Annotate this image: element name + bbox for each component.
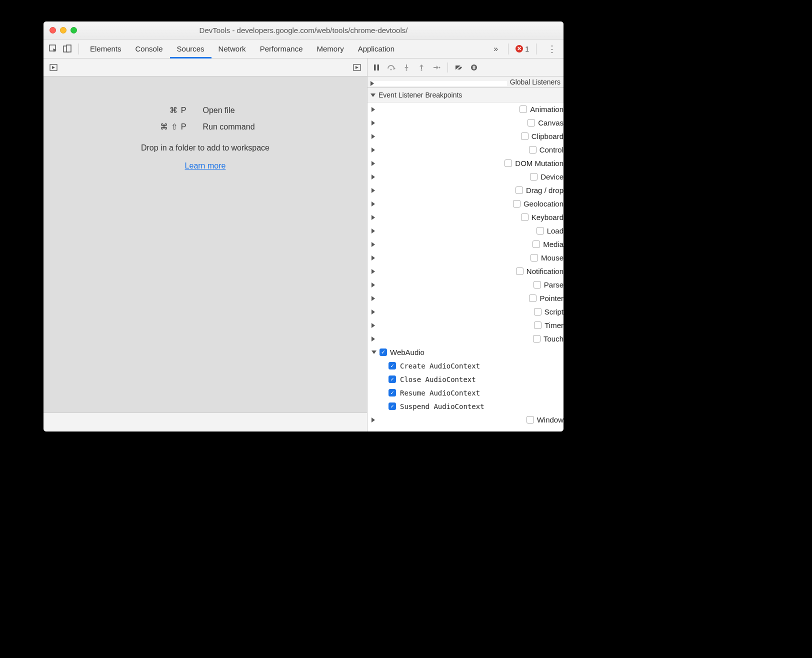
- category-mouse[interactable]: Mouse: [368, 251, 564, 264]
- checkbox[interactable]: [526, 416, 534, 424]
- checkbox[interactable]: [388, 376, 396, 383]
- deactivate-breakpoints-icon[interactable]: [454, 62, 464, 72]
- tab-application[interactable]: Application: [351, 40, 402, 58]
- inspect-element-icon[interactable]: [46, 42, 60, 56]
- chevron-right-icon: [372, 336, 530, 342]
- tab-sources[interactable]: Sources: [170, 40, 212, 58]
- category-timer[interactable]: Timer: [368, 318, 564, 332]
- chevron-right-icon: [372, 282, 530, 288]
- step-into-icon[interactable]: [402, 62, 412, 72]
- category-keyboard[interactable]: Keyboard: [368, 210, 564, 224]
- event-create-audiocontext[interactable]: Create AudioContext: [368, 359, 564, 372]
- error-badge[interactable]: ✕ 1: [516, 45, 529, 53]
- category-drag-drop[interactable]: Drag / drop: [368, 184, 564, 197]
- tab-network[interactable]: Network: [212, 40, 253, 58]
- device-toolbar-icon[interactable]: [60, 42, 74, 56]
- category-animation[interactable]: Animation: [368, 102, 564, 116]
- category-webaudio[interactable]: WebAudio: [368, 346, 564, 359]
- chevron-right-icon: [370, 81, 507, 86]
- section-global-listeners[interactable]: Global Listeners: [368, 76, 564, 88]
- checkbox[interactable]: [530, 173, 538, 180]
- category-device[interactable]: Device: [368, 170, 564, 184]
- divider: [78, 44, 79, 54]
- category-media[interactable]: Media: [368, 238, 564, 251]
- svg-rect-2: [66, 45, 71, 52]
- zoom-window-button[interactable]: [70, 27, 77, 34]
- checkbox[interactable]: [532, 240, 540, 248]
- checkbox[interactable]: [504, 160, 512, 167]
- show-debugger-icon[interactable]: [351, 62, 363, 74]
- learn-more-link[interactable]: Learn more: [185, 162, 226, 170]
- tabs: ElementsConsoleSourcesNetworkPerformance…: [83, 40, 402, 58]
- shortcut-keys: ⌘ ⇧ P: [108, 122, 203, 132]
- category-geolocation[interactable]: Geolocation: [368, 197, 564, 210]
- svg-rect-14: [474, 66, 476, 69]
- chevron-right-icon: [372, 107, 516, 112]
- category-label: Parse: [544, 280, 564, 289]
- category-load[interactable]: Load: [368, 224, 564, 238]
- checkbox[interactable]: [521, 214, 528, 221]
- category-label: Device: [540, 172, 564, 181]
- category-canvas[interactable]: Canvas: [368, 116, 564, 130]
- divider: [448, 62, 448, 72]
- checkbox[interactable]: [528, 119, 535, 126]
- checkbox[interactable]: [380, 348, 387, 356]
- minimize-window-button[interactable]: [60, 27, 66, 34]
- breakpoints-panel: Global Listeners Event Listener Breakpoi…: [368, 76, 564, 432]
- tab-console[interactable]: Console: [128, 40, 170, 58]
- close-window-button[interactable]: [50, 27, 56, 34]
- category-notification[interactable]: Notification: [368, 264, 564, 278]
- category-label: Drag / drop: [526, 186, 564, 194]
- checkbox[interactable]: [533, 335, 540, 342]
- category-control[interactable]: Control: [368, 143, 564, 156]
- svg-rect-5: [374, 64, 376, 70]
- checkbox[interactable]: [520, 106, 527, 113]
- event-suspend-audiocontext[interactable]: Suspend AudioContext: [368, 400, 564, 413]
- category-clipboard[interactable]: Clipboard: [368, 130, 564, 143]
- checkbox[interactable]: [529, 294, 536, 302]
- category-label: Animation: [530, 105, 564, 114]
- more-tabs-icon[interactable]: »: [490, 44, 501, 54]
- chevron-right-icon: [372, 148, 526, 152]
- tab-performance[interactable]: Performance: [253, 40, 310, 58]
- checkbox[interactable]: [513, 200, 520, 208]
- checkbox[interactable]: [536, 227, 544, 234]
- chevron-right-icon: [372, 418, 524, 422]
- checkbox[interactable]: [388, 402, 396, 410]
- checkbox[interactable]: [516, 186, 523, 194]
- settings-menu-icon[interactable]: ⋮: [544, 44, 560, 54]
- event-close-audiocontext[interactable]: Close AudioContext: [368, 372, 564, 386]
- category-dom-mutation[interactable]: DOM Mutation: [368, 156, 564, 170]
- chevron-right-icon: [372, 120, 524, 126]
- event-label: Create AudioContext: [400, 362, 480, 370]
- sources-empty-state: ⌘ P Open file ⌘ ⇧ P Run command Drop in …: [44, 76, 367, 412]
- pause-icon[interactable]: [372, 62, 382, 72]
- step-out-icon[interactable]: [416, 62, 426, 72]
- category-pointer[interactable]: Pointer: [368, 292, 564, 305]
- checkbox[interactable]: [388, 389, 396, 396]
- checkbox[interactable]: [530, 254, 538, 262]
- section-event-listener-breakpoints[interactable]: Event Listener Breakpoints: [368, 88, 564, 102]
- checkbox[interactable]: [516, 268, 524, 275]
- checkbox[interactable]: [521, 132, 528, 140]
- chevron-right-icon: [372, 228, 534, 234]
- pause-on-exceptions-icon[interactable]: [469, 62, 479, 72]
- checkbox[interactable]: [534, 281, 541, 288]
- event-resume-audiocontext[interactable]: Resume AudioContext: [368, 386, 564, 400]
- category-script[interactable]: Script: [368, 305, 564, 318]
- checkbox[interactable]: [388, 362, 396, 370]
- tab-memory[interactable]: Memory: [310, 40, 351, 58]
- window-title: DevTools - developers.google.com/web/too…: [44, 26, 564, 34]
- checkbox[interactable]: [534, 308, 542, 316]
- category-parse[interactable]: Parse: [368, 278, 564, 292]
- checkbox[interactable]: [534, 322, 542, 329]
- tab-elements[interactable]: Elements: [83, 40, 128, 58]
- checkbox[interactable]: [529, 146, 536, 154]
- show-navigator-icon[interactable]: [48, 62, 60, 74]
- category-label: DOM Mutation: [515, 159, 564, 168]
- category-touch[interactable]: Touch: [368, 332, 564, 346]
- step-over-icon[interactable]: [386, 62, 396, 72]
- step-icon[interactable]: [432, 62, 442, 72]
- category-label: Geolocation: [524, 200, 564, 208]
- category-window[interactable]: Window: [368, 413, 564, 426]
